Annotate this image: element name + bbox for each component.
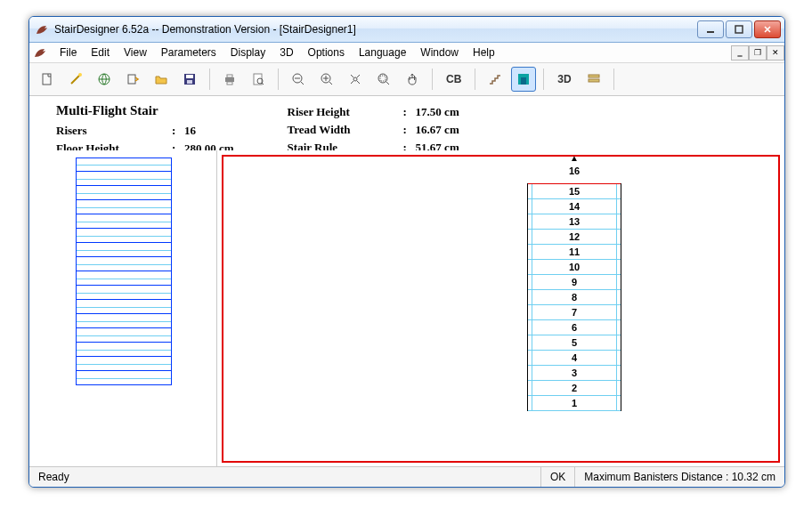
close-button[interactable] — [754, 20, 781, 38]
svg-rect-22 — [589, 79, 599, 82]
stair-plan: ▲ 16 151413121110987654321 — [527, 183, 621, 411]
stair-step[interactable]: 11 — [528, 244, 621, 259]
menu-options[interactable]: Options — [301, 44, 352, 61]
thumbnail-step — [76, 214, 172, 229]
maximize-button[interactable] — [726, 20, 752, 38]
thumbnail-stair — [76, 158, 172, 385]
doc-icon — [33, 45, 47, 60]
thumbnail-step — [76, 371, 172, 385]
zoom-out-button[interactable] — [286, 67, 311, 92]
thumbnail-step — [76, 314, 172, 328]
svg-rect-2 — [43, 74, 51, 85]
stair-step[interactable]: 14 — [528, 198, 621, 214]
thumbnail-pane[interactable] — [29, 150, 217, 467]
stair-step[interactable]: 13 — [528, 214, 621, 229]
zoom-window-button[interactable] — [371, 67, 396, 92]
open-button[interactable] — [149, 67, 174, 92]
thumbnail-step — [76, 328, 172, 343]
status-banisters: Maximum Banisters Distance : 10.32 cm — [574, 467, 784, 487]
menu-edit[interactable]: Edit — [84, 44, 117, 61]
svg-rect-7 — [186, 75, 193, 78]
stair-step[interactable]: 10 — [528, 259, 621, 274]
zoom-in-button[interactable] — [314, 67, 339, 92]
stair-step[interactable]: 9 — [528, 274, 621, 289]
svg-rect-18 — [380, 76, 386, 81]
cb-button[interactable]: CB — [440, 67, 467, 92]
wizard-button[interactable] — [63, 67, 88, 92]
thumbnail-step — [76, 300, 172, 314]
stair-step[interactable]: 15 — [528, 183, 621, 198]
thumbnail-step — [76, 186, 172, 200]
new-button[interactable] — [35, 67, 60, 92]
window-title: StairDesigner 6.52a -- Demonstration Ver… — [54, 23, 697, 36]
properties-button[interactable] — [581, 67, 606, 92]
selection-frame — [222, 155, 780, 463]
work-area: ▲ 16 151413121110987654321 — [29, 150, 784, 467]
zoom-fit-button[interactable] — [343, 67, 368, 92]
svg-rect-11 — [227, 82, 232, 85]
mdi-close-button[interactable]: ✕ — [767, 45, 784, 61]
thumbnail-step — [76, 357, 172, 371]
mdi-minimize-button[interactable]: ‗ — [731, 45, 749, 61]
save-button[interactable] — [177, 67, 202, 92]
globe-button[interactable] — [92, 67, 117, 92]
menu-3d[interactable]: 3D — [272, 44, 300, 61]
menu-bar: File Edit View Parameters Display 3D Opt… — [29, 43, 784, 63]
3d-button[interactable]: 3D — [551, 67, 577, 92]
menu-parameters[interactable]: Parameters — [154, 44, 223, 61]
elevation-view-button[interactable] — [511, 67, 536, 92]
svg-point-3 — [78, 73, 82, 77]
app-icon — [35, 22, 49, 36]
thumbnail-step — [76, 158, 172, 172]
menu-file[interactable]: File — [53, 44, 84, 61]
title-bar: StairDesigner 6.52a -- Demonstration Ver… — [29, 17, 784, 43]
menu-window[interactable]: Window — [413, 44, 466, 61]
top-riser-number: 16 — [527, 166, 621, 176]
svg-rect-21 — [589, 75, 599, 77]
menu-help[interactable]: Help — [466, 44, 502, 61]
info-title: Multi-Flight Stair — [56, 103, 234, 118]
stair-step[interactable]: 1 — [528, 395, 621, 411]
stair-step[interactable]: 5 — [528, 335, 621, 350]
thumbnail-step — [76, 271, 172, 286]
minimize-button[interactable] — [697, 20, 724, 38]
thumbnail-step — [76, 200, 172, 214]
info-row-riser-height: Riser Height : 17.50 cm — [288, 103, 459, 121]
thumbnail-step — [76, 257, 172, 271]
thumbnail-step — [76, 229, 172, 243]
stair-step[interactable]: 4 — [528, 350, 621, 365]
thumbnail-step — [76, 286, 172, 300]
direction-arrow-icon: ▲ — [570, 153, 579, 163]
stair-step[interactable]: 8 — [528, 289, 621, 304]
stair-tool-button[interactable] — [483, 67, 508, 92]
status-ready: Ready — [29, 467, 540, 487]
toolbar: CB 3D — [29, 63, 784, 96]
svg-rect-0 — [707, 31, 714, 33]
thumbnail-step — [76, 172, 172, 186]
menu-language[interactable]: Language — [352, 44, 413, 61]
export-button[interactable] — [120, 67, 145, 92]
stair-step[interactable]: 6 — [528, 319, 621, 335]
mdi-restore-button[interactable]: ❐ — [749, 45, 767, 61]
pan-button[interactable] — [400, 67, 425, 92]
print-preview-button[interactable] — [246, 67, 271, 92]
thumbnail-step — [76, 343, 172, 357]
menu-view[interactable]: View — [117, 44, 154, 61]
svg-rect-10 — [227, 75, 232, 77]
stair-step[interactable]: 3 — [528, 365, 621, 380]
menu-display[interactable]: Display — [223, 44, 272, 61]
stair-step[interactable]: 7 — [528, 304, 621, 319]
svg-rect-9 — [225, 77, 234, 82]
stair-step[interactable]: 12 — [528, 229, 621, 244]
info-row-tread-width: Tread Width : 16.67 cm — [288, 121, 459, 139]
stair-step[interactable]: 2 — [528, 380, 621, 395]
svg-rect-20 — [521, 77, 526, 85]
thumbnail-step — [76, 243, 172, 257]
status-bar: Ready OK Maximum Banisters Distance : 10… — [29, 466, 784, 487]
print-button[interactable] — [217, 67, 242, 92]
svg-rect-8 — [187, 80, 192, 84]
status-ok: OK — [540, 467, 574, 487]
main-view[interactable]: ▲ 16 151413121110987654321 — [217, 150, 784, 467]
app-window: StairDesigner 6.52a -- Demonstration Ver… — [28, 16, 785, 488]
svg-rect-1 — [735, 26, 743, 33]
